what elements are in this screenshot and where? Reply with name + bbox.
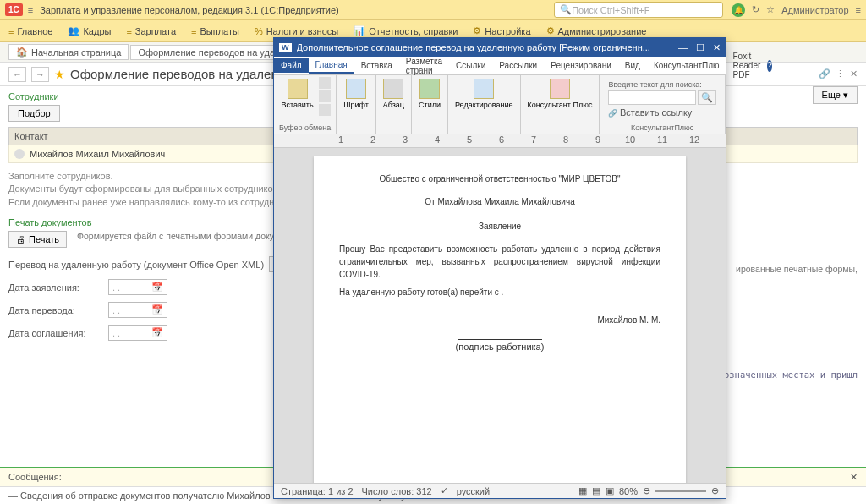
menu-main[interactable]: ≡Главное: [8, 26, 52, 36]
menu-admin[interactable]: ⚙Администрирование: [546, 25, 647, 36]
gear-icon: ⚙: [473, 25, 481, 36]
word-ribbon: Вставить Буфер обмена Шрифт Абзац Стили …: [274, 75, 726, 134]
insert-link-button[interactable]: 🔗 Вставить ссылку: [608, 107, 716, 118]
maximize-icon[interactable]: ☐: [696, 42, 704, 53]
tab-file[interactable]: Файл: [274, 58, 309, 73]
tab-insert[interactable]: Вставка: [354, 58, 399, 73]
close-messages-icon[interactable]: ✕: [850, 472, 858, 483]
para-icon: [383, 79, 403, 99]
status-page[interactable]: Страница: 1 из 2: [281, 486, 354, 496]
home-icon: ≡: [8, 26, 14, 36]
report-icon: 📊: [354, 25, 365, 36]
date-agreement-label: Дата соглашения:: [8, 328, 101, 338]
burger-icon[interactable]: ≡: [28, 5, 33, 15]
search-icon: 🔍: [560, 4, 572, 15]
date-transfer-label: Дата перевода:: [8, 305, 101, 315]
date-agreement-input[interactable]: . .📅: [108, 325, 167, 341]
tab-layout[interactable]: Разметка страни: [399, 54, 449, 78]
view-print-icon[interactable]: ▦: [578, 485, 587, 496]
tab-mail[interactable]: Рассылки: [492, 58, 544, 73]
tab-kp[interactable]: КонсультантПлю: [647, 58, 726, 73]
global-search[interactable]: 🔍 Поиск Ctrl+Shift+F: [554, 2, 723, 18]
help-icon[interactable]: ?: [767, 60, 772, 72]
editing-button[interactable]: Редактирование: [453, 77, 515, 111]
tab-review[interactable]: Рецензировани: [544, 58, 618, 73]
tab-foxit[interactable]: Foxit Reader PDF: [726, 49, 768, 82]
word-titlebar[interactable]: W Дополнительное соглашение перевод на у…: [274, 38, 726, 57]
app-title: Зарплата и управление персоналом, редакц…: [40, 5, 554, 15]
editing-icon: [474, 79, 494, 99]
zoom-in-icon[interactable]: ⊕: [711, 485, 719, 496]
paste-button[interactable]: Вставить: [280, 77, 315, 111]
kp-icon: [550, 79, 570, 99]
settings-icon[interactable]: ≡: [856, 5, 861, 15]
status-spell-icon[interactable]: ✓: [441, 485, 448, 496]
page-title: Оформление переводов на удаленную: [70, 67, 301, 81]
favorite-icon[interactable]: ☆: [766, 4, 775, 15]
pay-icon: ≡: [191, 26, 196, 36]
home-icon: 🏠: [16, 47, 28, 58]
cut-icon[interactable]: [319, 77, 331, 89]
user-label[interactable]: Администратор: [781, 5, 848, 15]
styles-button[interactable]: Стили: [417, 77, 442, 111]
zoom-level[interactable]: 80%: [619, 486, 638, 496]
menu-kadry[interactable]: 👥Кадры: [68, 25, 111, 36]
back-button[interactable]: ←: [8, 67, 26, 82]
print-icon: 🖨: [16, 234, 25, 244]
clipboard-group: Буфер обмена: [279, 123, 331, 132]
view-read-icon[interactable]: ▤: [592, 485, 600, 496]
word-status-bar: Страница: 1 из 2 Число слов: 312 ✓ русск…: [274, 483, 726, 498]
zoom-slider[interactable]: [655, 490, 706, 492]
podbor-button[interactable]: Подбор: [8, 105, 60, 122]
word-tabs: Файл Главная Вставка Разметка страни Ссы…: [274, 57, 726, 75]
date-app-input[interactable]: . .📅: [108, 279, 167, 295]
menu-reports[interactable]: 📊Отчетность, справки: [354, 25, 458, 36]
menu-zarplata[interactable]: ≡Зарплата: [126, 26, 176, 36]
date-app-label: Дата заявления:: [8, 282, 101, 293]
copy-icon[interactable]: [319, 90, 331, 102]
doc-title: Заявление: [339, 222, 660, 231]
history-icon[interactable]: ↻: [752, 4, 759, 15]
ruler[interactable]: 123456789101112: [274, 134, 726, 148]
calendar-icon[interactable]: 📅: [151, 282, 163, 293]
doc-signature: Михайлов М. М.: [339, 315, 660, 325]
menu-vyplaty[interactable]: ≡Выплаты: [191, 26, 239, 36]
notifications-icon[interactable]: 🔔: [732, 3, 745, 17]
doc-from: От Михайлова Михаила Михайловича: [339, 197, 660, 206]
zoom-out-icon[interactable]: ⊖: [643, 485, 650, 496]
breadcrumb-home[interactable]: 🏠Начальная страница: [8, 44, 129, 60]
tab-home[interactable]: Главная: [309, 58, 354, 74]
kp-button[interactable]: Консультант Плюс: [526, 77, 595, 111]
close-icon[interactable]: ✕: [713, 42, 721, 53]
doc-body2: На удаленную работу готов(а) перейти с .: [339, 286, 660, 299]
doc-sign-line: (подпись работника): [339, 333, 660, 352]
more-button[interactable]: Еще ▾: [813, 86, 858, 104]
tab-view[interactable]: Вид: [618, 58, 647, 73]
status-lang[interactable]: русский: [457, 486, 490, 496]
minimize-icon[interactable]: —: [678, 42, 688, 53]
document-page[interactable]: Общество с ограниченной ответственностью…: [314, 156, 686, 485]
view-web-icon[interactable]: ▣: [606, 485, 614, 496]
more-icon[interactable]: ⋮: [836, 68, 845, 79]
calendar-icon[interactable]: 📅: [151, 327, 163, 338]
menu-nalogi[interactable]: %Налоги и взносы: [255, 26, 338, 36]
admin-icon: ⚙: [546, 25, 555, 36]
format-painter-icon[interactable]: [319, 104, 331, 116]
tab-links[interactable]: Ссылки: [449, 58, 492, 73]
calendar-icon[interactable]: 📅: [151, 304, 163, 315]
document-area[interactable]: Общество с ограниченной ответственностью…: [274, 148, 726, 485]
menu-settings[interactable]: ⚙Настройка: [473, 25, 530, 36]
date-transfer-input[interactable]: . .📅: [108, 302, 167, 318]
close-icon[interactable]: ✕: [850, 68, 858, 79]
forward-button[interactable]: →: [31, 67, 49, 82]
status-words[interactable]: Число слов: 312: [362, 486, 432, 496]
font-button[interactable]: Шрифт: [342, 77, 370, 111]
link-icon[interactable]: 🔗: [819, 68, 830, 79]
favorite-star-icon[interactable]: ★: [54, 68, 65, 81]
para-button[interactable]: Абзац: [381, 77, 406, 111]
side-text-1: ированные печатные формы,: [736, 264, 858, 274]
search-go-icon[interactable]: 🔍: [698, 90, 716, 105]
ribbon-search-input[interactable]: [608, 90, 696, 105]
logo-1c: 1C: [5, 3, 23, 16]
print-button[interactable]: 🖨Печать: [8, 231, 67, 248]
